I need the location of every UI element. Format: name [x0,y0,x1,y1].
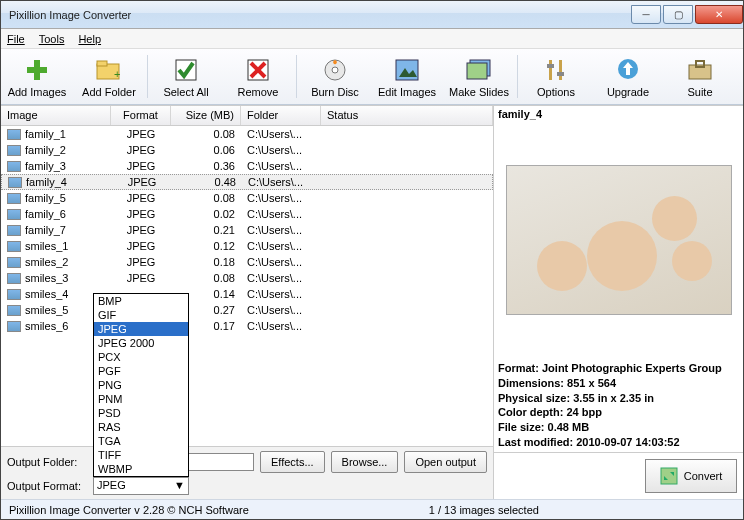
output-format-select[interactable]: JPEG ▼ BMPGIFJPEGJPEG 2000PCXPGFPNGPNMPS… [93,477,189,495]
toolbar-separator [147,55,148,98]
format-option[interactable]: PGF [94,364,188,378]
browse-button[interactable]: Browse... [331,451,399,473]
chevron-down-icon: ▼ [174,479,185,493]
table-row[interactable]: family_6JPEG0.02C:\Users\... [1,206,493,222]
menu-tools[interactable]: Tools [39,33,65,45]
thumb-icon [7,225,21,236]
main-content: Image Format Size (MB) Folder Status fam… [1,105,743,499]
table-row[interactable]: family_4JPEG0.48C:\Users\... [1,174,493,190]
make-slides-button[interactable]: Make Slides [443,49,515,104]
format-option[interactable]: TGA [94,434,188,448]
plus-icon [23,56,51,84]
col-folder[interactable]: Folder [241,106,321,125]
table-row[interactable]: family_1JPEG0.08C:\Users\... [1,126,493,142]
remove-icon [244,56,272,84]
meta-depth: Color depth: 24 bpp [498,405,739,420]
upgrade-button[interactable]: Upgrade [592,49,664,104]
grid-header[interactable]: Image Format Size (MB) Folder Status [1,106,493,126]
format-option[interactable]: GIF [94,308,188,322]
window-controls: ─ ▢ ✕ [629,5,743,24]
select-all-button[interactable]: Select All [150,49,222,104]
menubar: File Tools Help [1,29,743,49]
col-format[interactable]: Format [111,106,171,125]
format-option[interactable]: RAS [94,420,188,434]
menu-file[interactable]: File [7,33,25,45]
svg-rect-14 [467,63,487,79]
preview-image [500,128,737,353]
table-row[interactable]: family_7JPEG0.21C:\Users\... [1,222,493,238]
convert-icon [660,467,678,485]
output-format-row: Output Format: JPEG ▼ BMPGIFJPEGJPEG 200… [7,477,487,495]
thumb-icon [7,145,21,156]
titlebar[interactable]: Pixillion Image Converter ─ ▢ ✕ [1,1,743,29]
table-row[interactable]: smiles_60.17C:\Users\... [1,318,493,334]
convert-button[interactable]: Convert [645,459,737,493]
meta-modified: Last modified: 2010-09-07 14:03:52 [498,435,739,450]
add-folder-button[interactable]: + Add Folder [73,49,145,104]
format-option[interactable]: PSD [94,406,188,420]
format-dropdown[interactable]: BMPGIFJPEGJPEG 2000PCXPGFPNGPNMPSDRASTGA… [93,293,189,477]
table-row[interactable]: smiles_2JPEG0.18C:\Users\... [1,254,493,270]
maximize-button[interactable]: ▢ [663,5,693,24]
output-panel: Output Folder: s Effects... Browse... Op… [1,446,493,499]
statusbar: Pixillion Image Converter v 2.28 © NCH S… [1,499,743,519]
thumb-icon [7,209,21,220]
preview-title: family_4 [494,106,743,122]
table-row[interactable]: smiles_40.14C:\Users\... [1,286,493,302]
thumb-icon [8,177,22,188]
table-row[interactable]: family_3JPEG0.36C:\Users\... [1,158,493,174]
svg-rect-18 [557,72,564,76]
disc-icon [321,56,349,84]
format-option[interactable]: JPEG 2000 [94,336,188,350]
file-grid[interactable]: Image Format Size (MB) Folder Status fam… [1,106,493,446]
edit-images-button[interactable]: Edit Images [371,49,443,104]
svg-rect-15 [549,60,552,80]
table-row[interactable]: smiles_50.27C:\Users\... [1,302,493,318]
options-button[interactable]: Options [520,49,592,104]
meta-dimensions: Dimensions: 851 x 564 [498,376,739,391]
svg-rect-16 [559,60,562,80]
format-option[interactable]: WBMP [94,462,188,476]
status-right: 1 / 13 images selected [429,504,539,516]
check-icon [172,56,200,84]
image-icon [393,56,421,84]
toolbar-separator [296,55,297,98]
format-option[interactable]: TIFF [94,448,188,462]
app-window: Pixillion Image Converter ─ ▢ ✕ File Too… [0,0,744,520]
remove-button[interactable]: Remove [222,49,294,104]
meta-format: Format: Joint Photographic Experts Group [498,361,739,376]
meta-physical: Physical size: 3.55 in x 2.35 in [498,391,739,406]
table-row[interactable]: family_2JPEG0.06C:\Users\... [1,142,493,158]
format-option[interactable]: PNG [94,378,188,392]
menu-help[interactable]: Help [78,33,101,45]
thumb-icon [7,321,21,332]
upgrade-icon [614,56,642,84]
format-option[interactable]: JPEG [94,322,188,336]
thumb-icon [7,241,21,252]
col-image[interactable]: Image [1,106,111,125]
format-option[interactable]: PCX [94,350,188,364]
minimize-button[interactable]: ─ [631,5,661,24]
col-status[interactable]: Status [321,106,493,125]
left-pane: Image Format Size (MB) Folder Status fam… [1,106,493,499]
preview-meta: Format: Joint Photographic Experts Group… [494,359,743,452]
add-images-button[interactable]: Add Images [1,49,73,104]
grid-body[interactable]: family_1JPEG0.08C:\Users\...family_2JPEG… [1,126,493,334]
folder-plus-icon: + [95,56,123,84]
format-option[interactable]: BMP [94,294,188,308]
effects-button[interactable]: Effects... [260,451,325,473]
format-option[interactable]: PNM [94,392,188,406]
table-row[interactable]: family_5JPEG0.08C:\Users\... [1,190,493,206]
open-output-button[interactable]: Open output [404,451,487,473]
burn-disc-button[interactable]: Burn Disc [299,49,371,104]
suite-button[interactable]: Suite [664,49,736,104]
thumb-icon [7,161,21,172]
toolbar-separator [517,55,518,98]
svg-text:+: + [114,68,120,80]
table-row[interactable]: smiles_1JPEG0.12C:\Users\... [1,238,493,254]
svg-rect-22 [661,468,677,484]
table-row[interactable]: smiles_3JPEG0.08C:\Users\... [1,270,493,286]
close-button[interactable]: ✕ [695,5,743,24]
col-size[interactable]: Size (MB) [171,106,241,125]
photo-placeholder [506,165,732,315]
